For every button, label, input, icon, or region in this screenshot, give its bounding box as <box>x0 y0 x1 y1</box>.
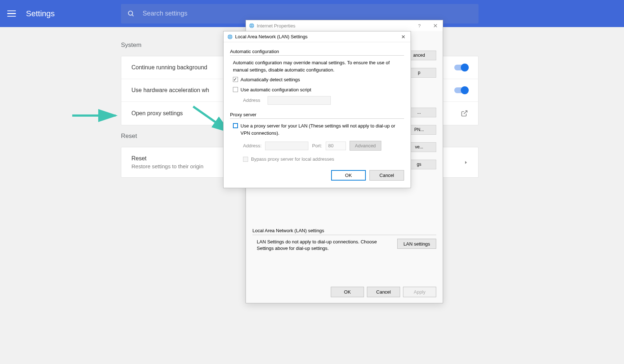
auto-detect-label: Automatically detect settings <box>240 76 300 83</box>
annotation-arrow-1 <box>70 108 121 123</box>
lan-dialog-title: Local Area Network (LAN) Settings <box>235 34 400 39</box>
auto-config-title: Automatic configuration <box>230 49 404 54</box>
globe-icon <box>227 34 233 40</box>
bypass-label: Bypass proxy server for local addresses <box>251 156 334 163</box>
auto-script-label: Use automatic configuration script <box>240 86 311 94</box>
globe-icon <box>249 23 255 29</box>
ip-ok-button[interactable]: OK <box>331 287 364 297</box>
svg-line-1 <box>132 14 134 16</box>
lan-cancel-button[interactable]: Cancel <box>369 170 404 181</box>
lan-titlebar[interactable]: Local Area Network (LAN) Settings ✕ <box>224 31 411 42</box>
row-label: Open proxy settings <box>131 110 183 117</box>
row-label: Use hardware acceleration wh <box>131 87 209 94</box>
ip-lan-section: Local Area Network (LAN) settings LAN Se… <box>252 228 436 252</box>
checkbox-auto-detect[interactable] <box>233 77 238 82</box>
ip-cancel-button[interactable]: Cancel <box>367 287 400 297</box>
proxy-group: Proxy server Use a proxy server for your… <box>230 112 404 163</box>
proxy-text: Use a proxy server for your LAN (These s… <box>240 122 404 136</box>
address-label: Address <box>243 97 263 104</box>
close-icon[interactable]: ✕ <box>400 34 407 40</box>
ip-apply-button[interactable]: Apply <box>403 287 436 297</box>
ip-footer: OK Cancel Apply <box>331 287 436 297</box>
auto-config-group: Automatic configuration Automatic config… <box>230 49 404 105</box>
ip-lan-text: LAN Settings do not apply to dial-up con… <box>252 239 393 252</box>
hamburger-menu-icon[interactable] <box>7 10 16 17</box>
lan-footer: OK Cancel <box>230 170 404 181</box>
reset-title: Reset <box>131 155 203 162</box>
lan-ok-button[interactable]: OK <box>331 170 366 181</box>
divider <box>252 235 436 235</box>
proxy-port-label: Port: <box>312 142 322 150</box>
divider <box>230 118 404 119</box>
search-icon <box>127 10 135 17</box>
svg-line-2 <box>464 111 467 114</box>
ip-titlebar[interactable]: Internet Properties ? ✕ <box>246 20 443 31</box>
search-input[interactable] <box>143 10 472 17</box>
toggle-hardware-accel[interactable] <box>454 87 468 93</box>
close-icon[interactable]: ✕ <box>431 22 440 29</box>
advanced-button[interactable]: Advanced <box>350 141 381 151</box>
row-label: Continue running background <box>131 64 207 71</box>
reset-subtitle: Restore settings to their origin <box>131 163 203 169</box>
auto-config-text: Automatic configuration may override man… <box>233 59 404 73</box>
checkbox-auto-script[interactable] <box>233 87 238 92</box>
chevron-right-icon <box>464 159 468 166</box>
proxy-port-input[interactable] <box>326 142 346 150</box>
toggle-background-apps[interactable] <box>454 65 468 70</box>
svg-point-0 <box>129 11 133 15</box>
divider <box>230 55 404 56</box>
external-link-icon <box>461 110 468 117</box>
ip-help-icon[interactable]: ? <box>418 23 421 29</box>
checkbox-use-proxy[interactable] <box>233 123 238 128</box>
proxy-address-input[interactable] <box>265 142 308 150</box>
header-title: Settings <box>26 9 55 18</box>
script-address-input[interactable] <box>268 96 331 105</box>
proxy-title: Proxy server <box>230 112 404 117</box>
lan-settings-button[interactable]: LAN settings <box>397 239 436 249</box>
lan-settings-dialog: Local Area Network (LAN) Settings ✕ Auto… <box>223 31 411 188</box>
checkbox-bypass-local[interactable] <box>243 157 248 162</box>
proxy-address-label: Address: <box>243 142 261 150</box>
ip-lan-title: Local Area Network (LAN) settings <box>252 228 436 233</box>
ip-title: Internet Properties <box>257 23 418 29</box>
lan-content: Automatic configuration Automatic config… <box>224 42 411 188</box>
